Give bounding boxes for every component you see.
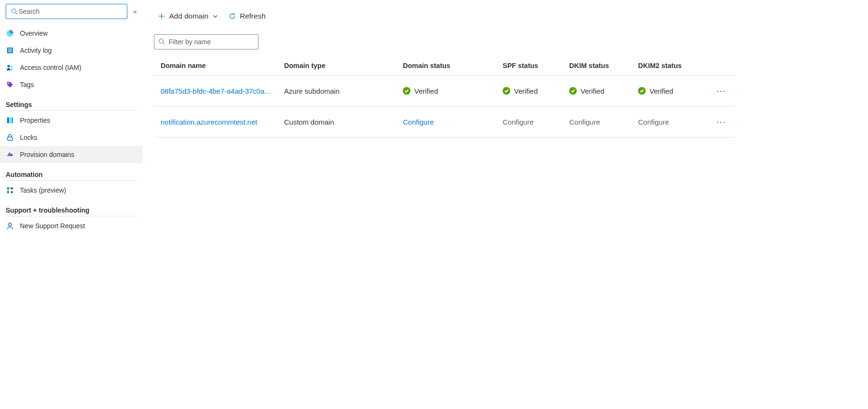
sidebar-item-label: Locks bbox=[20, 134, 38, 141]
verified-icon bbox=[638, 87, 646, 95]
sidebar-item-label: Tasks (preview) bbox=[20, 186, 66, 194]
sidebar-item-locks[interactable]: Locks bbox=[0, 129, 143, 146]
sidebar-group-automation: Automation bbox=[6, 166, 137, 181]
domain-name-link[interactable]: notification.azurecommtest.net bbox=[161, 118, 257, 126]
provision-domains-icon bbox=[6, 150, 14, 159]
th-spf-status[interactable]: SPF status bbox=[496, 55, 563, 76]
chevron-down-icon bbox=[212, 13, 218, 19]
sidebar-item-label: Activity log bbox=[20, 47, 52, 54]
access-control-icon bbox=[6, 63, 14, 72]
svg-rect-12 bbox=[8, 137, 12, 140]
table-row: notification.azurecommtest.net Custom do… bbox=[154, 107, 735, 137]
sidebar-item-label: Provision domains bbox=[20, 151, 74, 158]
row-actions-button[interactable]: ⋯ bbox=[716, 85, 726, 97]
verified-icon bbox=[403, 87, 410, 95]
svg-rect-3 bbox=[8, 49, 12, 49]
add-domain-label: Add domain bbox=[169, 12, 209, 20]
dkim2-status-cell: Configure bbox=[638, 118, 669, 126]
th-domain-type[interactable]: Domain type bbox=[277, 55, 396, 76]
filter-search-icon bbox=[158, 38, 165, 46]
svg-rect-5 bbox=[8, 51, 12, 52]
domain-name-link[interactable]: 08fa75d3-bfdc-4be7-a4ad-37c0a… bbox=[161, 87, 272, 95]
refresh-icon bbox=[229, 12, 236, 20]
verified-icon bbox=[503, 87, 510, 95]
sidebar-item-label: Access control (IAM) bbox=[20, 64, 81, 71]
dkim-status-cell: Configure bbox=[569, 118, 600, 126]
spf-status-cell: Verified bbox=[503, 87, 538, 95]
svg-rect-10 bbox=[10, 117, 11, 123]
svg-rect-16 bbox=[11, 191, 13, 193]
table-header-row: Domain name Domain type Domain status SP… bbox=[154, 55, 735, 76]
add-domain-button[interactable]: Add domain bbox=[158, 12, 218, 20]
plus-icon bbox=[158, 12, 165, 20]
sidebar-group-settings: Settings bbox=[6, 96, 137, 111]
sidebar-item-label: Tags bbox=[20, 81, 34, 88]
sidebar-item-provision-domains[interactable]: Provision domains bbox=[0, 146, 143, 163]
th-dkim-status[interactable]: DKIM status bbox=[563, 55, 631, 76]
th-actions bbox=[705, 55, 735, 76]
main-content: Add domain Refresh Domain name Domain ty… bbox=[143, 0, 868, 409]
tasks-icon bbox=[6, 186, 14, 195]
svg-line-23 bbox=[163, 42, 165, 44]
sidebar-item-overview[interactable]: Overview bbox=[0, 25, 143, 42]
svg-rect-14 bbox=[7, 191, 9, 193]
domain-type-cell: Azure subdomain bbox=[277, 76, 396, 107]
sidebar-item-tags[interactable]: Tags bbox=[0, 76, 143, 93]
sidebar-item-label: Overview bbox=[20, 29, 48, 37]
overview-icon bbox=[6, 29, 14, 38]
collapse-sidebar-icon[interactable]: « bbox=[133, 8, 137, 15]
svg-rect-13 bbox=[7, 187, 9, 189]
th-domain-status[interactable]: Domain status bbox=[396, 55, 496, 76]
properties-icon bbox=[6, 116, 14, 125]
sidebar-search-input[interactable] bbox=[19, 8, 123, 15]
table-row: 08fa75d3-bfdc-4be7-a4ad-37c0a… Azure sub… bbox=[154, 76, 735, 107]
svg-rect-15 bbox=[11, 187, 13, 189]
row-actions-button[interactable]: ⋯ bbox=[716, 116, 726, 127]
lock-icon bbox=[6, 133, 14, 142]
refresh-label: Refresh bbox=[240, 12, 266, 20]
svg-rect-11 bbox=[12, 117, 13, 123]
command-bar: Add domain Refresh bbox=[154, 6, 868, 27]
sidebar: « Overview Activity log Access control (… bbox=[0, 0, 143, 409]
domain-type-cell: Custom domain bbox=[277, 107, 396, 137]
sidebar-item-access-control[interactable]: Access control (IAM) bbox=[0, 59, 143, 76]
svg-rect-9 bbox=[7, 117, 9, 123]
sidebar-item-label: Properties bbox=[20, 117, 50, 124]
svg-point-22 bbox=[159, 39, 163, 43]
sidebar-item-label: New Support Request bbox=[20, 222, 85, 230]
sidebar-item-properties[interactable]: Properties bbox=[0, 112, 143, 129]
svg-point-8 bbox=[8, 83, 10, 84]
svg-point-6 bbox=[8, 65, 10, 68]
svg-rect-4 bbox=[8, 50, 12, 51]
th-dkim2-status[interactable]: DKIM2 status bbox=[631, 55, 705, 76]
spf-status-cell: Configure bbox=[503, 118, 534, 126]
sidebar-search[interactable] bbox=[6, 4, 127, 19]
tags-icon bbox=[6, 80, 14, 89]
sidebar-item-activity-log[interactable]: Activity log bbox=[0, 42, 143, 59]
verified-icon bbox=[569, 87, 577, 95]
support-icon bbox=[6, 222, 14, 230]
configure-link[interactable]: Configure bbox=[403, 118, 434, 126]
svg-line-1 bbox=[16, 13, 18, 15]
activity-log-icon bbox=[6, 46, 14, 55]
sidebar-group-support: Support + troubleshooting bbox=[6, 202, 137, 216]
filter-box[interactable] bbox=[154, 34, 258, 49]
search-icon bbox=[10, 7, 19, 16]
sidebar-item-tasks[interactable]: Tasks (preview) bbox=[0, 182, 143, 199]
th-domain-name[interactable]: Domain name bbox=[154, 55, 277, 76]
svg-point-7 bbox=[10, 66, 12, 68]
dkim2-status-cell: Verified bbox=[638, 87, 673, 95]
svg-point-0 bbox=[12, 9, 16, 13]
sidebar-item-new-support-request[interactable]: New Support Request bbox=[0, 217, 143, 234]
filter-input[interactable] bbox=[169, 38, 254, 46]
refresh-button[interactable]: Refresh bbox=[229, 12, 266, 20]
svg-point-19 bbox=[9, 223, 11, 226]
dkim-status-cell: Verified bbox=[569, 87, 604, 95]
domains-table: Domain name Domain type Domain status SP… bbox=[154, 55, 735, 137]
domain-status-cell: Verified bbox=[403, 87, 438, 95]
